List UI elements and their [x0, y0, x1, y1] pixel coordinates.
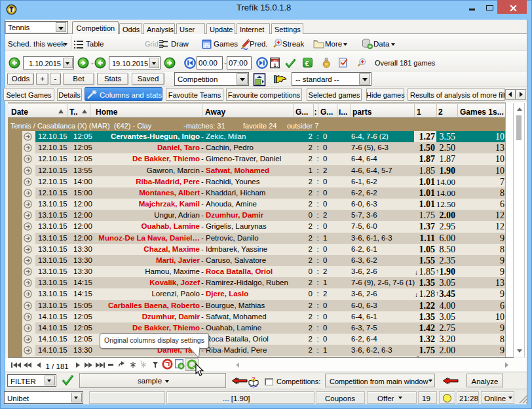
svg-text:1: 1: [273, 62, 276, 68]
svg-text:?: ?: [252, 376, 256, 383]
